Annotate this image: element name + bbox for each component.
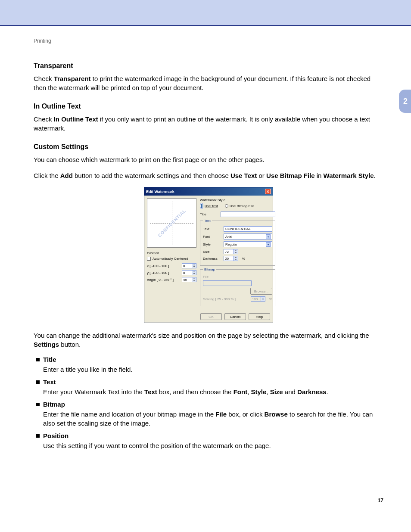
bitmap-group: Bitmap File Browse... Scaling [ 25 - 999… xyxy=(200,268,275,306)
heading-outline: In Outline Text xyxy=(34,103,383,110)
position-label: Position xyxy=(147,251,196,255)
breadcrumb: Printing xyxy=(34,38,383,44)
help-button[interactable]: Help xyxy=(249,313,270,320)
dialog-title: Edit Watermark xyxy=(146,190,174,194)
para-custom-2: Click the Add button to add the watermar… xyxy=(34,171,383,180)
edit-watermark-dialog: Edit Watermark ✕ CONFIDENTIAL Position A… xyxy=(144,187,273,323)
watermark-preview: CONFIDENTIAL xyxy=(147,198,196,248)
size-stepper[interactable]: ▲▼ xyxy=(224,249,238,254)
text-field[interactable] xyxy=(224,226,272,232)
font-select[interactable]: Arial▾ xyxy=(224,233,272,240)
bullet-position-desc: Use this setting if you want to control … xyxy=(43,441,383,450)
close-icon[interactable]: ✕ xyxy=(265,189,271,194)
x-label: x [ -100 - 100 ] xyxy=(147,264,169,268)
angle-stepper[interactable]: ▲▼ xyxy=(182,277,196,282)
title-field[interactable] xyxy=(221,212,275,217)
style-select[interactable]: Regular▾ xyxy=(224,241,272,247)
bullet-title-desc: Enter a title you like in the field. xyxy=(43,365,383,374)
x-stepper[interactable]: ▲▼ xyxy=(182,263,196,268)
dialog-titlebar[interactable]: Edit Watermark ✕ xyxy=(144,187,273,196)
bullet-text: Text xyxy=(43,378,56,386)
bullet-icon xyxy=(36,434,40,438)
ok-button[interactable]: OK xyxy=(200,313,222,320)
top-band xyxy=(0,0,411,26)
heading-custom: Custom Settings xyxy=(34,143,383,151)
chapter-tab: 2 xyxy=(399,90,411,113)
bullet-bitmap-desc: Enter the file name and location of your… xyxy=(43,410,383,428)
y-stepper[interactable]: ▲▼ xyxy=(182,270,196,275)
cancel-button[interactable]: Cancel xyxy=(224,313,246,320)
browse-button: Browse... xyxy=(250,288,272,295)
page-number: 17 xyxy=(34,498,383,504)
bullet-icon xyxy=(36,358,40,361)
bullet-text-desc: Enter your Watermark Text into the Text … xyxy=(43,387,383,396)
bullet-position: Position xyxy=(43,432,68,439)
para-custom-1: You can choose which watermark to print … xyxy=(34,155,383,164)
title-label: Title xyxy=(200,212,218,216)
bullet-icon xyxy=(36,403,40,406)
para-after-dialog: You can change the additional watermark'… xyxy=(34,331,383,349)
para-outline: Check In Outline Text if you only want t… xyxy=(34,115,383,133)
auto-center-checkbox[interactable] xyxy=(147,257,151,261)
use-text-radio[interactable] xyxy=(200,203,203,209)
bullet-title: Title xyxy=(43,356,56,363)
heading-transparent: Transparent xyxy=(34,62,383,70)
scaling-stepper: ▲▼ xyxy=(251,296,265,302)
angle-label: Angle [ 0 - 359 ° ] xyxy=(147,278,174,282)
bullet-bitmap: Bitmap xyxy=(43,401,65,408)
y-label: y [ -100 - 100 ] xyxy=(147,271,169,275)
use-bitmap-radio[interactable] xyxy=(225,204,228,208)
text-group: Text Text FontArial▾ StyleRegular▾ Size▲… xyxy=(200,219,275,266)
bullet-icon xyxy=(36,380,40,384)
wm-style-label: Watermark Style xyxy=(200,198,275,202)
auto-center-label: Automatically Centered xyxy=(153,257,188,261)
file-field xyxy=(203,280,252,286)
darkness-stepper[interactable]: ▲▼ xyxy=(224,256,238,261)
para-transparent: Check Transparent to print the watermark… xyxy=(34,74,383,92)
